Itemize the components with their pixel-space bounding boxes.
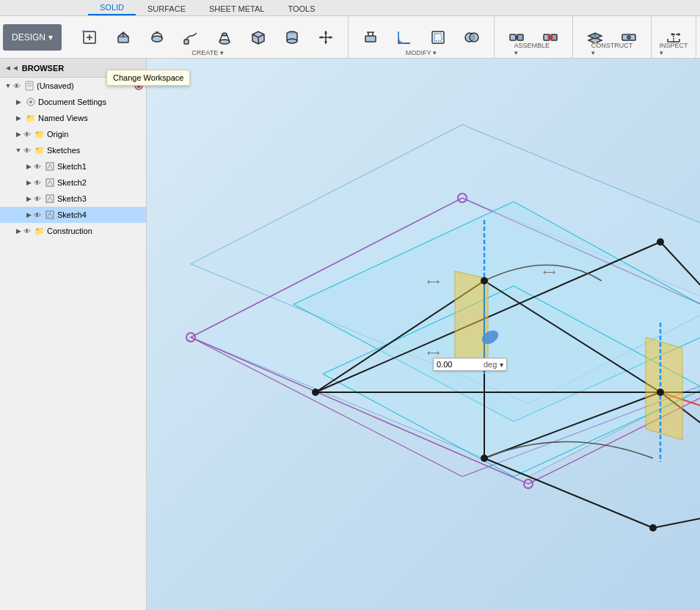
- construct-group: CONSTRUCT ▾: [573, 16, 652, 58]
- origin-folder-icon: 📁: [34, 128, 45, 140]
- toolbar: DESIGN ▾: [0, 16, 700, 59]
- svg-text:⟷: ⟷: [427, 348, 440, 358]
- revolve-button[interactable]: [141, 19, 173, 56]
- angle-unit-label: deg: [484, 360, 497, 369]
- tree-arrow-sketch3[interactable]: ▶: [23, 195, 34, 202]
- workspace-tabs: SOLID SURFACE SHEET METAL TOOLS: [0, 0, 700, 16]
- svg-line-64: [653, 499, 700, 528]
- svg-point-8: [219, 40, 230, 44]
- eye-icon-origin[interactable]: 👁: [23, 131, 31, 139]
- svg-text:⟷: ⟷: [427, 276, 440, 287]
- tree-arrow-unsaved[interactable]: ▼: [3, 82, 13, 89]
- tab-surface[interactable]: SURFACE: [136, 2, 197, 15]
- angle-input-overlay[interactable]: deg ▾: [433, 358, 507, 371]
- sketch4-icon: [44, 209, 56, 221]
- tree-label-sketches: Sketches: [47, 146, 143, 155]
- tree-item-named-views[interactable]: ▶ 📁 Named Views: [0, 110, 146, 126]
- tree-arrow-construction[interactable]: ▶: [13, 227, 23, 235]
- tree-arrow-named-views[interactable]: ▶: [13, 114, 23, 122]
- eye-icon-sketches[interactable]: 👁: [23, 147, 31, 155]
- tree-label-sketch3: Sketch3: [57, 194, 143, 203]
- svg-point-71: [657, 238, 664, 246]
- sidebar-resize-handle[interactable]: [143, 59, 146, 610]
- svg-point-12: [287, 39, 297, 43]
- tree-item-construction[interactable]: ▶ 👁 📁 Construction: [0, 223, 146, 239]
- tree-item-sketch3[interactable]: ▶ 👁 Sketch3: [0, 191, 146, 207]
- tree-arrow-doc-settings[interactable]: ▶: [13, 98, 23, 106]
- sketch1-icon: [44, 161, 56, 172]
- sketch3-icon: [44, 193, 56, 205]
- svg-point-3: [82, 30, 85, 33]
- tree-item-sketch2[interactable]: ▶ 👁 Sketch2: [0, 174, 146, 191]
- eye-icon-sketch1[interactable]: 👁: [34, 163, 41, 171]
- tree-item-sketch4[interactable]: ▶ 👁 Sketch4: [0, 207, 146, 223]
- eye-icon-sketch2[interactable]: 👁: [34, 179, 41, 187]
- eye-icon-construction[interactable]: 👁: [23, 227, 31, 235]
- svg-rect-17: [434, 34, 442, 41]
- svg-rect-15: [365, 36, 376, 42]
- svg-point-19: [470, 33, 478, 42]
- modify-label: MODIFY ▾: [406, 49, 437, 56]
- change-workspace-tooltip: Change Workspace: [106, 70, 190, 86]
- browser-collapse-arrows[interactable]: ◄◄: [4, 64, 19, 72]
- tab-sheet-metal[interactable]: SHEET METAL: [197, 2, 276, 15]
- svg-point-73: [481, 455, 488, 462]
- cylinder-button[interactable]: [276, 19, 308, 56]
- svg-point-9: [222, 33, 227, 36]
- create-group: CREATE ▾: [68, 16, 349, 58]
- tree-label-sketch2: Sketch2: [57, 178, 143, 187]
- svg-point-31: [627, 36, 630, 39]
- angle-input[interactable]: [437, 360, 481, 369]
- svg-rect-7: [184, 40, 189, 44]
- tree-arrow-sketches[interactable]: ▼: [13, 147, 23, 154]
- svg-marker-67: [646, 337, 682, 440]
- box-button[interactable]: [242, 19, 274, 56]
- svg-marker-66: [455, 271, 488, 367]
- eye-icon-sketch4[interactable]: 👁: [34, 211, 41, 219]
- new-component-button[interactable]: [73, 19, 106, 56]
- tree-label-named-views: Named Views: [38, 114, 143, 122]
- svg-point-43: [29, 100, 32, 103]
- tree-label-sketch1: Sketch1: [57, 162, 143, 171]
- press-pull-button[interactable]: [354, 19, 387, 56]
- design-arrow: ▾: [48, 32, 53, 43]
- named-views-folder-icon: 📁: [25, 112, 37, 124]
- svg-point-70: [481, 277, 488, 284]
- tree-label-construction: Construction: [47, 227, 143, 235]
- tree-item-doc-settings[interactable]: ▶ Document Settings: [0, 94, 146, 110]
- viewport[interactable]: ⟷ ⟷ ⟷ deg ▾: [147, 59, 700, 610]
- eye-icon-sketch3[interactable]: 👁: [34, 195, 41, 203]
- settings-icon: [25, 96, 37, 108]
- move-button[interactable]: [310, 19, 342, 56]
- design-button[interactable]: DESIGN ▾: [3, 24, 62, 51]
- svg-point-76: [649, 524, 657, 532]
- combine-button[interactable]: [456, 19, 488, 56]
- assemble-label: ASSEMBLE ▾: [514, 42, 553, 56]
- inspect-label: INSPECT ▾: [660, 42, 688, 56]
- extrude-button[interactable]: [107, 19, 139, 56]
- tree-item-sketches[interactable]: ▼ 👁 📁 Sketches: [0, 142, 146, 158]
- svg-point-6: [152, 36, 162, 42]
- sketch2-icon: [44, 177, 56, 188]
- modify-group: MODIFY ▾: [349, 16, 495, 58]
- angle-dropdown[interactable]: ▾: [500, 361, 503, 369]
- document-icon: [23, 80, 35, 92]
- main-area: ◄◄ BROWSER ▼ 👁 (Unsaved) ▶ Document Sett…: [0, 59, 700, 610]
- inspect-group: ←→ INSPECT ▾: [652, 16, 696, 58]
- tab-solid[interactable]: SOLID: [88, 1, 136, 15]
- tree-arrow-sketch4[interactable]: ▶: [23, 211, 34, 218]
- browser-panel: ◄◄ BROWSER ▼ 👁 (Unsaved) ▶ Document Sett…: [0, 59, 147, 610]
- eye-icon-unsaved[interactable]: 👁: [13, 82, 21, 90]
- tree-arrow-origin[interactable]: ▶: [13, 131, 23, 138]
- tree-item-sketch1[interactable]: ▶ 👁 Sketch1: [0, 158, 146, 174]
- tree-arrow-sketch1[interactable]: ▶: [23, 163, 34, 170]
- create-label: CREATE ▾: [192, 49, 223, 56]
- tab-tools[interactable]: TOOLS: [276, 2, 327, 15]
- tree-arrow-sketch2[interactable]: ▶: [23, 179, 34, 186]
- construct-label: CONSTRUCT ▾: [591, 42, 632, 56]
- svg-point-74: [657, 389, 664, 396]
- tree-item-origin[interactable]: ▶ 👁 📁 Origin: [0, 126, 146, 142]
- tree-label-sketch4: Sketch4: [57, 210, 143, 219]
- tree-label-doc-settings: Document Settings: [38, 98, 143, 106]
- sketches-folder-icon: 📁: [34, 144, 45, 156]
